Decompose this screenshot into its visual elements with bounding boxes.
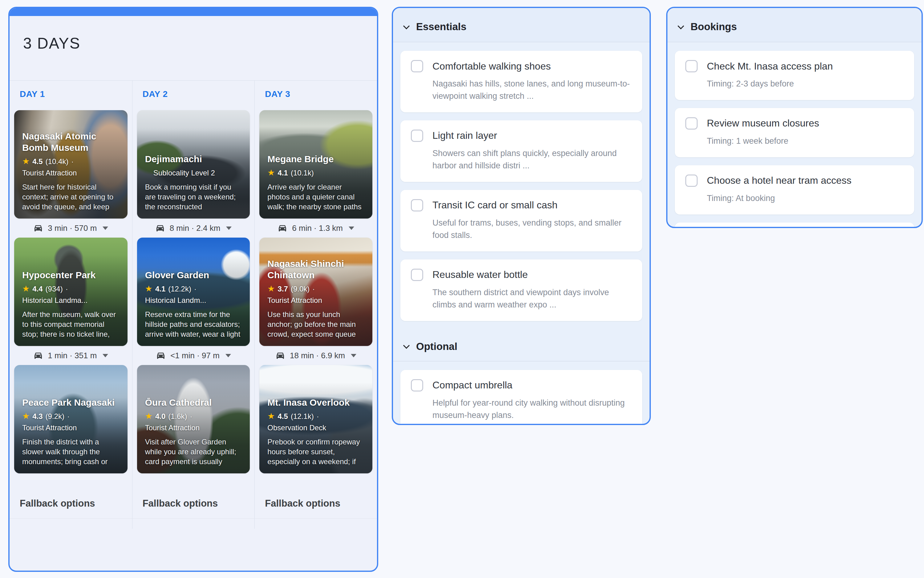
place-category: Historical Landma... <box>22 296 88 305</box>
checklist-item-label: Check Mt. Inasa access plan <box>707 61 833 72</box>
checkbox[interactable] <box>411 379 423 391</box>
checkbox[interactable] <box>411 60 423 72</box>
place-name: Megane Bridge <box>267 154 365 165</box>
checklist-item-label: Choose a hotel near tram access <box>707 175 852 186</box>
day-2-label: DAY 2 <box>143 89 252 99</box>
place-card[interactable]: Mt. Inasa Overlook ★ 4.5 (12.1k) · Obser… <box>259 365 373 473</box>
place-card[interactable]: Dejimamachi ★ · Sublocality Level 2 Book… <box>137 110 250 219</box>
checklist-item-note: Timing: At booking <box>707 192 904 205</box>
review-count: (10.1k) <box>291 169 314 177</box>
star-icon: ★ <box>22 412 29 421</box>
fallback-options-day-1[interactable]: Fallback options <box>20 498 129 509</box>
checklist-item: Reusable water bottle The southern distr… <box>400 260 642 321</box>
car-icon <box>33 223 43 233</box>
section-header-essentials[interactable]: Essentials <box>393 8 649 42</box>
section-header-optional[interactable]: Optional <box>393 328 649 361</box>
travel-duration-distance: 18 min · 6.9 km <box>290 351 345 360</box>
place-card[interactable]: Glover Garden ★ 4.1 (12.2k) · Historical… <box>137 238 250 346</box>
checkbox[interactable] <box>685 174 698 187</box>
checkbox[interactable] <box>685 117 698 130</box>
place-card[interactable]: Hypocenter Park ★ 4.4 (934) · Historical… <box>14 238 127 346</box>
star-icon: ★ <box>22 157 29 166</box>
checkbox[interactable] <box>411 269 423 281</box>
day-column-2: DAY 2 Dejimamachi ★ · Sublocality Level … <box>132 81 255 518</box>
meta-separator: · <box>67 412 70 421</box>
fallback-options-day-2[interactable]: Fallback options <box>143 498 252 509</box>
checklist-item-note: Timing: 1 week before <box>707 135 904 148</box>
travel-leg[interactable]: 3 min · 570 m <box>12 219 129 238</box>
fallback-stub-row <box>10 519 377 529</box>
place-card[interactable]: Peace Park Nagasaki ★ 4.3 (9.2k) · Touri… <box>14 365 127 473</box>
section-header-bookings[interactable]: Bookings <box>667 8 922 42</box>
place-description: Finish the district with a slower walk t… <box>22 437 120 467</box>
place-description: Visit after Glover Garden while you are … <box>145 437 243 467</box>
checklist-item: Compact umbrella Helpful for year-round … <box>400 370 642 425</box>
checkbox[interactable] <box>411 130 423 142</box>
travel-leg[interactable]: 18 min · 6.9 km <box>257 346 374 365</box>
checklist-item-label: Review museum closures <box>707 118 819 129</box>
caret-down-icon <box>351 354 356 357</box>
place-meta: ★ 4.5 (10.4k) · Tourist Attraction <box>22 157 120 177</box>
star-icon: ★ <box>22 285 29 293</box>
caret-down-icon <box>102 227 108 230</box>
place-category: Tourist Attraction <box>22 169 77 177</box>
place-card[interactable]: Nagasaki Atomic Bomb Museum ★ 4.5 (10.4k… <box>14 110 127 219</box>
review-count: (9.0k) <box>291 285 309 293</box>
place-name: Mt. Inasa Overlook <box>267 397 365 408</box>
checklist-item: Comfortable walking shoes Nagasaki has h… <box>400 51 642 112</box>
place-subtitle: Sublocality Level 2 <box>153 169 215 177</box>
place-card[interactable]: Ōura Cathedral ★ 4.0 (1.6k) · Tourist At… <box>137 365 250 473</box>
checklist-item: Check Mt. Inasa access plan Timing: 2-3 … <box>675 51 914 100</box>
review-count: (12.1k) <box>291 412 314 421</box>
section-title: Bookings <box>691 21 737 32</box>
place-meta: ★ · Sublocality Level 2 <box>145 169 243 177</box>
rating-value: 4.1 <box>278 169 288 177</box>
place-name: Glover Garden <box>145 270 243 281</box>
checklist-item-label: Light rain layer <box>433 130 497 141</box>
travel-duration-distance: 1 min · 351 m <box>48 351 97 360</box>
review-count: (1.6k) <box>168 412 187 421</box>
chevron-down-icon <box>403 342 410 349</box>
travel-leg[interactable]: 6 min · 1.3 km <box>257 219 374 238</box>
place-description: Arrive early for cleaner photos and a qu… <box>267 182 365 212</box>
meta-separator: · <box>317 412 319 421</box>
checklist-item-label: Reusable water bottle <box>433 269 528 280</box>
section-title: Essentials <box>416 21 466 32</box>
place-category: Observation Deck <box>267 424 326 432</box>
star-icon: ★ <box>267 412 275 421</box>
bookings-items: Check Mt. Inasa access plan Timing: 2-3 … <box>667 42 922 228</box>
checklist-item: Transit IC card or small cash Useful for… <box>400 190 642 252</box>
meta-separator: · <box>312 285 315 293</box>
travel-leg[interactable]: 8 min · 2.4 km <box>135 219 252 238</box>
day-column-1: DAY 1 Nagasaki Atomic Bomb Museum ★ 4.5 … <box>10 81 132 518</box>
day-3-label: DAY 3 <box>265 89 374 99</box>
day-1-label: DAY 1 <box>20 89 129 99</box>
rating-value: 4.1 <box>155 285 165 293</box>
checklist-item-note: Nagasaki has hills, stone lanes, and lon… <box>433 78 632 102</box>
car-icon <box>156 351 166 360</box>
checkbox[interactable] <box>411 199 423 211</box>
checklist-item-label: Comfortable walking shoes <box>433 61 551 72</box>
star-icon: ★ <box>267 285 275 293</box>
travel-leg[interactable]: 1 min · 351 m <box>12 346 129 365</box>
rating-value: 4.4 <box>33 285 42 293</box>
itinerary-title: 3 DAYS <box>23 34 363 52</box>
place-name: Hypocenter Park <box>22 270 120 281</box>
packing-checklist-panel: Essentials Comfortable walking shoes Nag… <box>392 7 651 425</box>
place-category: Tourist Attraction <box>267 296 322 305</box>
place-card[interactable]: Nagasaki Shinchi Chinatown ★ 3.7 (9.0k) … <box>259 238 373 346</box>
car-icon <box>278 223 287 233</box>
car-icon <box>275 351 285 360</box>
caret-down-icon <box>349 227 354 230</box>
place-name: Nagasaki Atomic Bomb Museum <box>22 131 120 153</box>
place-description: After the museum, walk over to this comp… <box>22 310 120 339</box>
checklist-item: Choose a hotel near tram access Timing: … <box>675 165 914 214</box>
checkbox[interactable] <box>685 60 698 72</box>
fallback-options-day-3[interactable]: Fallback options <box>265 498 374 509</box>
place-card[interactable]: Megane Bridge ★ 4.1 (10.1k) · Arrive ear… <box>259 110 373 219</box>
travel-leg[interactable]: <1 min · 97 m <box>135 346 252 365</box>
caret-down-icon <box>226 354 231 357</box>
travel-duration-distance: 3 min · 570 m <box>48 224 97 233</box>
car-icon <box>33 351 43 360</box>
section-title: Optional <box>416 341 457 352</box>
